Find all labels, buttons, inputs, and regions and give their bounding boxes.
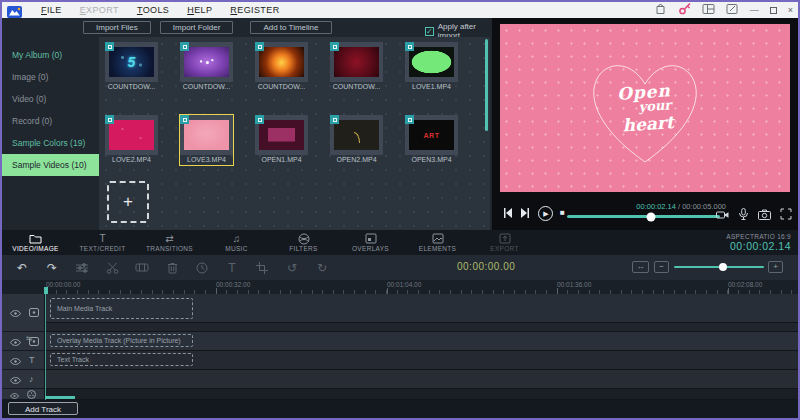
media-item[interactable]: OPEN2.MP4 [329,114,384,166]
tab-video-image[interactable]: VIDEO/IMAGE [2,230,69,255]
effects-track[interactable] [45,389,798,400]
eye-icon[interactable] [10,332,21,350]
sidebar-item-my-album[interactable]: My Album (0) [2,44,99,66]
main-track-placeholder[interactable]: Main Media Track [50,298,193,319]
playback-progress-bar[interactable] [567,215,720,218]
text-track-placeholder[interactable]: Text Track [50,353,193,366]
timeline-horizontal-scrollbar[interactable] [45,396,75,399]
crop-icon [254,262,270,274]
media-item[interactable]: OPEN1.MP4 [254,114,309,166]
snapshot-icon[interactable] [758,206,771,224]
edit-toolbar: ↶ ↷ T ↺ ↻ 00:00:00.00 ↔ − + [2,255,798,280]
menu-register[interactable]: REGISTER [221,5,288,15]
main-track-transition-row[interactable] [45,323,798,332]
zoom-slider-knob[interactable] [719,263,727,271]
play-button[interactable]: ▶ [538,206,553,221]
minimize-button[interactable]: — [750,6,759,15]
eye-icon[interactable] [10,351,21,369]
media-item[interactable]: LOVE2.MP4 [104,114,159,166]
media-item-label: COUNTDOW... [330,82,383,92]
menu-file[interactable]: FILE [32,5,71,15]
sidebar-item-sample-videos[interactable]: Sample Videos (10) [2,154,99,176]
preview-tools [716,206,792,224]
redo-icon[interactable]: ↷ [44,262,60,274]
media-item[interactable]: ART OPEN3.MP4 [404,114,459,166]
text-track[interactable]: Text Track [45,351,798,370]
import-files-button[interactable]: Import Files [83,21,151,34]
media-type-badge-icon [405,115,414,124]
video-track-icon [29,332,39,350]
media-item[interactable]: COUNTDOW... [179,41,234,93]
sidebar-item-video[interactable]: Video (0) [2,88,99,110]
timeline-zoom-slider[interactable] [674,266,764,268]
import-bar: Import Files Import Folder Add to Timeli… [83,21,341,34]
main-track-header: ⇆ [2,294,45,332]
text-tool-icon: T [224,262,240,274]
overlay-track-header [2,332,45,351]
add-to-timeline-button[interactable]: Add to Timeline [250,21,331,34]
undo-icon[interactable]: ↶ [14,262,30,274]
store-icon[interactable] [654,1,667,19]
text-track-icon: T [29,356,35,365]
transport-controls: ▶ ■ [502,204,565,222]
app-logo [7,4,22,16]
text-track-header: T [2,351,45,370]
media-type-badge-icon [330,115,339,124]
previous-frame-button[interactable] [502,204,513,222]
add-track-button[interactable]: Add Track [8,402,78,415]
menu-help[interactable]: HELP [178,5,221,15]
fit-timeline-button[interactable]: ↔ [632,261,649,273]
close-button[interactable]: × [788,6,793,15]
microphone-icon[interactable] [738,206,749,224]
music-track[interactable] [45,370,798,389]
media-item[interactable]: COUNTDOW... [329,41,384,93]
media-item-selected[interactable]: LOVE3.MP4 [179,114,234,166]
maximize-button[interactable] [770,7,777,14]
preview-video: Open your heart [500,24,790,192]
media-item[interactable]: COUNTDOW... [254,41,309,93]
stop-button[interactable]: ■ [560,209,565,217]
timeline-ruler[interactable]: 00:00:00.00 00:00:32.00 00:01:04.00 00:0… [45,280,798,294]
add-media-placeholder[interactable]: + [107,181,149,223]
feedback-icon[interactable] [726,1,739,19]
fullscreen-icon[interactable] [780,206,792,224]
elements-icon [432,233,444,244]
media-row-1: 5 COUNTDOW... COUNTDOW... COUNTDOW... [104,41,459,93]
next-frame-button[interactable] [520,204,531,222]
media-type-badge-icon [255,42,264,51]
sidebar-item-record[interactable]: Record (0) [2,110,99,132]
overlay-track[interactable]: Overlay Media Track (Picture in Picture) [45,332,798,351]
sidebar-item-image[interactable]: Image (0) [2,66,99,88]
progress-knob[interactable] [647,212,656,221]
playhead-handle[interactable] [44,287,48,294]
tab-music[interactable]: ♫ MUSIC [203,230,270,255]
folder-icon [29,233,42,244]
eye-icon[interactable] [10,303,21,321]
playhead-line [45,294,46,400]
video-track-icon [29,303,39,321]
checkbox-check-icon: ✓ [425,27,434,36]
transitions-icon: ⇄ [165,233,173,244]
media-scrollbar[interactable] [485,39,488,131]
media-item-label: COUNTDOW... [180,82,233,92]
tab-overlays[interactable]: OVERLAYS [337,230,404,255]
tab-text-credit[interactable]: T TEXT/CREDIT [69,230,136,255]
record-camera-icon[interactable] [716,206,729,224]
tab-filters[interactable]: FILTERS [270,230,337,255]
menu-tools[interactable]: TOOLS [128,5,178,15]
media-item[interactable]: 5 COUNTDOW... [104,41,159,93]
tab-label: VIDEO/IMAGE [12,245,58,252]
ruler-label: 00:01:36.00 [557,281,591,288]
media-type-badge-icon [330,42,339,51]
overlay-track-placeholder[interactable]: Overlay Media Track (Picture in Picture) [50,334,193,347]
zoom-out-button[interactable]: − [654,261,669,273]
key-icon[interactable] [678,1,691,19]
media-item[interactable]: LOVE1.MP4 [404,41,459,93]
main-track[interactable]: Main Media Track [45,294,798,323]
tab-transitions[interactable]: ⇄ TRANSITIONS [136,230,203,255]
layout-icon[interactable] [702,1,715,19]
tab-elements[interactable]: ELEMENTS [404,230,471,255]
zoom-in-button[interactable]: + [768,261,783,273]
import-folder-button[interactable]: Import Folder [160,21,234,34]
sidebar-item-sample-colors[interactable]: Sample Colors (19) [2,132,99,154]
